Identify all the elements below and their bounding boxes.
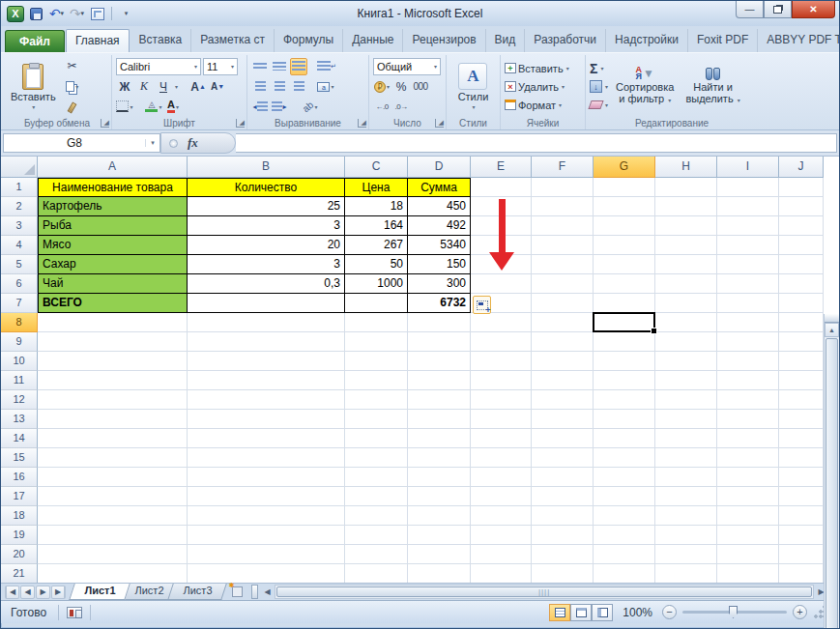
merge-center-button[interactable]: a▾: [317, 78, 334, 96]
styles-button[interactable]: А Стили ▾: [454, 57, 493, 116]
cell-C16[interactable]: [345, 468, 408, 487]
italic-button[interactable]: К: [135, 78, 153, 96]
cell-I3[interactable]: [717, 216, 779, 236]
cell-E9[interactable]: [471, 332, 532, 352]
row-header-17[interactable]: 17: [1, 487, 38, 506]
cell-C11[interactable]: [345, 371, 408, 390]
cell-H15[interactable]: [655, 448, 717, 468]
align-right-button[interactable]: [290, 78, 307, 96]
column-header-E[interactable]: E: [471, 157, 532, 178]
font-size-combo[interactable]: 11▾: [203, 58, 238, 75]
cell-D8[interactable]: [408, 313, 471, 332]
cell-E1[interactable]: [471, 178, 532, 197]
cell-B20[interactable]: [188, 545, 345, 564]
macro-record-icon[interactable]: [67, 607, 82, 618]
cell-I2[interactable]: [717, 197, 779, 216]
cell-C15[interactable]: [345, 448, 408, 468]
horizontal-scrollbar[interactable]: ||||: [275, 585, 814, 599]
cell-C1[interactable]: Цена: [345, 178, 408, 197]
normal-view-button[interactable]: [549, 604, 570, 621]
undo-button[interactable]: ↶▾: [48, 6, 65, 22]
cell-B4[interactable]: 20: [188, 236, 345, 255]
cell-G5[interactable]: [594, 255, 655, 274]
align-center-button[interactable]: [271, 78, 288, 96]
align-bottom-button[interactable]: [290, 58, 307, 75]
cell-G17[interactable]: [594, 487, 655, 506]
cell-G14[interactable]: [594, 429, 655, 448]
cell-C5[interactable]: 50: [345, 255, 408, 274]
cell-B2[interactable]: 25: [188, 197, 345, 216]
excel-logo-icon[interactable]: X: [7, 6, 24, 22]
cell-H14[interactable]: [655, 429, 717, 448]
cell-A9[interactable]: [38, 332, 188, 352]
cell-B9[interactable]: [188, 332, 345, 352]
cell-B8[interactable]: [188, 313, 345, 332]
cell-C9[interactable]: [345, 332, 408, 352]
cell-H6[interactable]: [655, 274, 717, 294]
zoom-level[interactable]: 100%: [623, 606, 652, 619]
cell-D3[interactable]: 492: [408, 216, 471, 236]
cell-E4[interactable]: [471, 236, 532, 255]
cell-D14[interactable]: [408, 429, 471, 448]
cell-B10[interactable]: [188, 352, 345, 371]
cell-D20[interactable]: [408, 545, 471, 564]
vertical-scrollbar[interactable]: ▲ ▼: [824, 314, 839, 629]
cell-D10[interactable]: [408, 352, 471, 371]
row-header-11[interactable]: 11: [1, 371, 38, 390]
cell-C10[interactable]: [345, 352, 408, 371]
cell-G10[interactable]: [594, 352, 655, 371]
cell-H16[interactable]: [655, 468, 717, 487]
row-header-2[interactable]: 2: [1, 197, 38, 216]
cell-H5[interactable]: [655, 255, 717, 274]
last-sheet-icon[interactable]: ▶: [51, 586, 66, 599]
cell-H9[interactable]: [655, 332, 717, 352]
cell-J19[interactable]: [779, 526, 824, 545]
cell-F18[interactable]: [532, 506, 594, 526]
autofill-options-button[interactable]: [473, 296, 491, 314]
cell-J17[interactable]: [779, 487, 824, 506]
row-header-1[interactable]: 1: [1, 178, 38, 197]
cell-A15[interactable]: [38, 448, 188, 468]
row-header-16[interactable]: 16: [1, 468, 38, 487]
tab-Foxit PDF[interactable]: Foxit PDF: [688, 29, 758, 52]
cell-B14[interactable]: [188, 429, 345, 448]
tab-Формулы[interactable]: Формулы: [275, 29, 343, 52]
cell-C12[interactable]: [345, 390, 408, 410]
cell-F13[interactable]: [532, 410, 594, 429]
cell-J2[interactable]: [779, 197, 824, 216]
cell-A3[interactable]: Рыба: [38, 216, 188, 236]
row-header-5[interactable]: 5: [1, 255, 38, 274]
cell-H4[interactable]: [655, 236, 717, 255]
row-header-20[interactable]: 20: [1, 545, 38, 564]
cell-B11[interactable]: [188, 371, 345, 390]
cell-D13[interactable]: [408, 410, 471, 429]
minimize-button[interactable]: —: [736, 1, 764, 18]
clear-button[interactable]: ▾: [590, 98, 608, 113]
cell-A6[interactable]: Чай: [38, 274, 188, 294]
cell-G1[interactable]: [594, 178, 655, 197]
cell-C6[interactable]: 1000: [345, 274, 408, 294]
cell-E21[interactable]: [471, 564, 532, 583]
cell-F14[interactable]: [532, 429, 594, 448]
cell-H18[interactable]: [655, 506, 717, 526]
fill-color-button[interactable]: ◬▾: [145, 98, 162, 115]
increase-decimal-button[interactable]: ←.0: [373, 98, 391, 115]
cell-F17[interactable]: [532, 487, 594, 506]
cell-A2[interactable]: Картофель: [38, 197, 188, 216]
cell-I6[interactable]: [717, 274, 779, 294]
shrink-font-button[interactable]: А▼: [209, 78, 226, 96]
clipboard-dialog-launcher[interactable]: ◢: [101, 119, 109, 128]
cell-A18[interactable]: [38, 506, 188, 526]
cell-B17[interactable]: [188, 487, 345, 506]
cell-G3[interactable]: [594, 216, 655, 236]
tab-split-handle[interactable]: [251, 585, 258, 599]
number-format-combo[interactable]: Общий▾: [373, 58, 441, 75]
cell-H10[interactable]: [655, 352, 717, 371]
cell-G4[interactable]: [594, 236, 655, 255]
cell-B21[interactable]: [188, 564, 345, 583]
cell-A8[interactable]: [38, 313, 188, 332]
increase-indent-button[interactable]: ▸: [271, 98, 288, 115]
zoom-in-button[interactable]: +: [793, 605, 807, 619]
column-header-D[interactable]: D: [408, 157, 471, 178]
cell-F16[interactable]: [532, 468, 594, 487]
